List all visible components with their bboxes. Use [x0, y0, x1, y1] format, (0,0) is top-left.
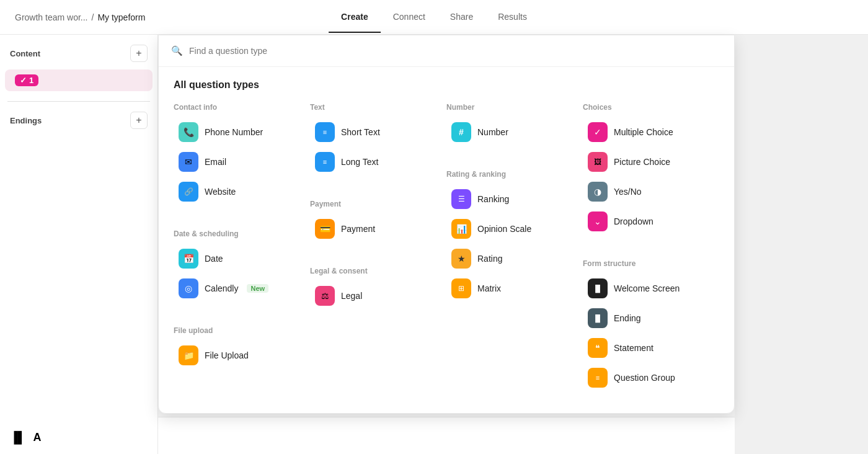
item-file-upload[interactable]: 📁 File Upload: [174, 341, 310, 370]
category-text: Text ≡ Short Text ≡ Long Text: [310, 98, 446, 182]
item-legal[interactable]: ⚖ Legal: [310, 282, 446, 310]
search-bar: 🔍: [159, 35, 734, 67]
item-number[interactable]: # Number: [446, 118, 583, 146]
search-input[interactable]: [189, 46, 722, 56]
category-date: Date & scheduling 📅 Date ◎ Calendly New: [174, 225, 310, 309]
file-upload-cat-label: File upload: [174, 326, 310, 335]
dropdown-label: Dropdown: [614, 216, 653, 226]
sidebar-add-button[interactable]: +: [130, 45, 148, 62]
file-upload-icon: 📁: [179, 345, 198, 365]
payment-label: Payment: [341, 224, 375, 234]
sidebar-item-1[interactable]: ✓ 1: [5, 69, 153, 91]
question-type-dropdown: 🔍 All question types Contact info 📞 Phon…: [158, 35, 735, 414]
item-email[interactable]: ✉ Email: [174, 148, 310, 176]
matrix-label: Matrix: [477, 283, 501, 293]
tab-share[interactable]: Share: [438, 2, 485, 33]
breadcrumb-current[interactable]: My typeform: [97, 12, 145, 22]
bottom-bar: [158, 417, 735, 454]
item-matrix[interactable]: ⊞ Matrix: [446, 274, 583, 303]
column-4: Choices ✓ Multiple Choice 🖼 Picture Choi…: [583, 98, 719, 398]
endings-add-button[interactable]: +: [130, 112, 148, 129]
tab-connect[interactable]: Connect: [381, 2, 438, 33]
sidebar-endings-header: Endings +: [0, 112, 157, 129]
long-text-label: Long Text: [341, 157, 378, 167]
item-payment[interactable]: 💳 Payment: [310, 215, 446, 243]
question-group-label: Question Group: [614, 373, 675, 383]
text-cat-label: Text: [310, 103, 446, 112]
tab-results[interactable]: Results: [485, 2, 539, 33]
item-ending[interactable]: ▐▌ Ending: [583, 304, 719, 332]
choices-cat-label: Choices: [583, 103, 719, 112]
sidebar-icon-bars: ▐▌: [10, 431, 26, 444]
item-date[interactable]: 📅 Date: [174, 244, 310, 273]
item-welcome-screen[interactable]: ▐▌ Welcome Screen: [583, 274, 719, 303]
item-multiple-choice[interactable]: ✓ Multiple Choice: [583, 118, 719, 146]
payment-icon: 💳: [315, 219, 335, 239]
item-website[interactable]: 🔗 Website: [174, 177, 310, 206]
payment-cat-label: Payment: [310, 200, 446, 208]
category-number: Number # Number: [446, 98, 583, 153]
item-dropdown[interactable]: ⌄ Dropdown: [583, 207, 719, 236]
endings-label: Endings: [10, 116, 42, 125]
email-label: Email: [205, 157, 226, 167]
welcome-screen-label: Welcome Screen: [614, 283, 680, 293]
question-group-icon: ≡: [588, 368, 608, 388]
multiple-choice-label: Multiple Choice: [614, 127, 673, 137]
sidebar-footer: ▐▌ A: [10, 431, 42, 444]
email-icon: ✉: [179, 152, 198, 172]
website-icon: 🔗: [179, 182, 198, 202]
rating-icon: ★: [451, 249, 471, 269]
category-rating: Rating & ranking ☰ Ranking 📊 Opinion Sca…: [446, 165, 583, 309]
item-ranking[interactable]: ☰ Ranking: [446, 185, 583, 213]
matrix-icon: ⊞: [451, 278, 471, 298]
category-choices: Choices ✓ Multiple Choice 🖼 Picture Choi…: [583, 98, 719, 242]
dropdown-title: All question types: [159, 67, 734, 98]
form-structure-cat-label: Form structure: [583, 259, 719, 268]
item-statement[interactable]: ❝ Statement: [583, 334, 719, 362]
sidebar-icon-text: A: [33, 431, 42, 444]
new-badge: New: [247, 284, 268, 293]
item-yes-no[interactable]: ◑ Yes/No: [583, 177, 719, 206]
file-upload-label: File Upload: [205, 350, 249, 360]
date-label: Date & scheduling: [174, 229, 310, 238]
legal-label: Legal: [341, 291, 362, 301]
breadcrumb-parent[interactable]: Growth team wor...: [15, 12, 87, 22]
item-number: 1: [29, 76, 33, 85]
item-calendly[interactable]: ◎ Calendly New: [174, 274, 310, 303]
item-opinion-scale[interactable]: 📊 Opinion Scale: [446, 215, 583, 243]
short-text-label: Short Text: [341, 127, 380, 137]
breadcrumb: Growth team wor... / My typeform: [15, 12, 145, 22]
statement-icon: ❝: [588, 338, 608, 358]
sidebar-divider: [7, 101, 150, 102]
calendly-icon: ◎: [179, 278, 198, 298]
opinion-scale-icon: 📊: [451, 219, 471, 239]
welcome-screen-icon: ▐▌: [588, 278, 608, 298]
category-legal: Legal & consent ⚖ Legal: [310, 262, 446, 316]
legal-cat-label: Legal & consent: [310, 267, 446, 275]
item-short-text[interactable]: ≡ Short Text: [310, 118, 446, 146]
dropdown-icon: ⌄: [588, 211, 608, 231]
opinion-scale-label: Opinion Scale: [477, 224, 531, 234]
right-panel: [735, 35, 868, 454]
ending-icon: ▐▌: [588, 308, 608, 328]
tab-create[interactable]: Create: [329, 2, 381, 33]
item-phone[interactable]: 📞 Phone Number: [174, 118, 310, 146]
breadcrumb-separator: /: [91, 12, 94, 22]
number-cat-label: Number: [446, 103, 583, 112]
question-grid: Contact info 📞 Phone Number ✉ Email 🔗 We…: [159, 98, 734, 398]
item-rating[interactable]: ★ Rating: [446, 244, 583, 273]
phone-icon: 📞: [179, 122, 198, 142]
rating-label: Rating: [477, 254, 502, 264]
column-1: Contact info 📞 Phone Number ✉ Email 🔗 We…: [174, 98, 310, 398]
date-icon: 📅: [179, 249, 198, 269]
ranking-icon: ☰: [451, 189, 471, 209]
ranking-label: Ranking: [477, 194, 509, 204]
legal-icon: ⚖: [315, 286, 335, 306]
category-form-structure: Form structure ▐▌ Welcome Screen ▐▌ Endi…: [583, 254, 719, 398]
item-picture-choice[interactable]: 🖼 Picture Choice: [583, 148, 719, 176]
item-long-text[interactable]: ≡ Long Text: [310, 148, 446, 176]
long-text-icon: ≡: [315, 152, 335, 172]
sidebar: Content + ✓ 1 Endings + ▐▌ A: [0, 35, 158, 454]
item-question-group[interactable]: ≡ Question Group: [583, 363, 719, 392]
column-3: Number # Number Rating & ranking ☰ Ranki…: [446, 98, 583, 398]
